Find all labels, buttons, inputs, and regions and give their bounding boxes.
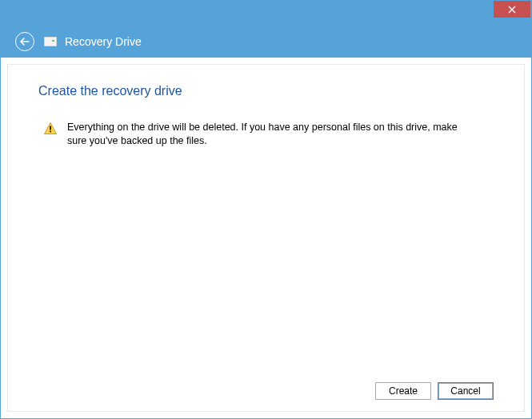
arrow-left-icon xyxy=(20,38,30,46)
close-button[interactable] xyxy=(494,1,530,18)
close-icon xyxy=(508,6,516,14)
drive-icon xyxy=(44,37,57,46)
titlebar xyxy=(1,1,531,25)
recovery-drive-wizard-window: Recovery Drive Create the recovery drive… xyxy=(0,0,532,419)
content-panel: Create the recovery drive Everything on … xyxy=(7,64,525,412)
cancel-button[interactable]: Cancel xyxy=(438,382,494,400)
back-button[interactable] xyxy=(15,32,34,51)
content-spacer xyxy=(38,148,494,373)
svg-rect-0 xyxy=(50,126,51,130)
content-outer: Create the recovery drive Everything on … xyxy=(1,58,531,418)
page-title: Create the recovery drive xyxy=(38,84,494,98)
warning-text: Everything on the drive will be deleted.… xyxy=(67,121,459,148)
create-button[interactable]: Create xyxy=(375,382,431,400)
button-row: Create Cancel xyxy=(38,373,494,400)
svg-rect-1 xyxy=(50,131,51,133)
warning-icon xyxy=(43,122,58,136)
warning-row: Everything on the drive will be deleted.… xyxy=(38,121,494,148)
header-title: Recovery Drive xyxy=(65,35,142,48)
header-bar: Recovery Drive xyxy=(1,25,531,58)
